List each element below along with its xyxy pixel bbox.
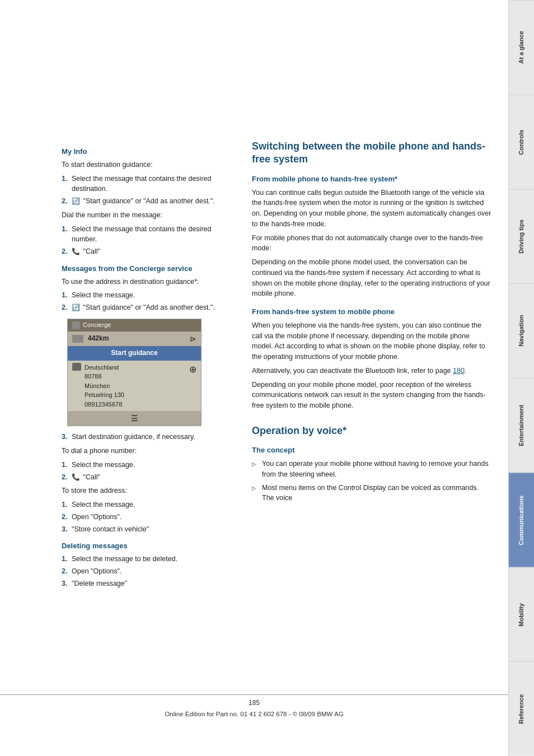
after-screenshot-steps: 3. Start destination guidance, if necess… xyxy=(62,432,235,442)
call-icon2: 📞 xyxy=(72,472,80,482)
my-info-heading: My Info xyxy=(62,147,235,157)
main-content: My Info To start destination guidance: 1… xyxy=(0,0,508,756)
deleting-heading: Deleting messages xyxy=(62,541,235,552)
dial-steps-list: 1. Select the message that contains the … xyxy=(62,224,235,257)
concierge-info-country: Deutschland xyxy=(85,363,124,372)
concierge-screenshot: Concierge 442km ⊳ Start guidance Deutsch… xyxy=(67,319,202,426)
page-link-180[interactable]: 180 xyxy=(453,367,465,375)
concierge-info-phone: 08912345678 xyxy=(85,400,124,409)
from-mobile-heading: From mobile phone to hands-free system* xyxy=(252,174,491,185)
my-info-section: My Info To start destination guidance: 1… xyxy=(62,147,235,257)
concierge-info-block: Deutschland 80788 München Petuelring 130… xyxy=(68,361,201,412)
list-item: 3. Start destination guidance, if necess… xyxy=(62,432,235,442)
list-item: You can operate your mobile phone withou… xyxy=(252,459,491,480)
sidebar-tab-communications[interactable]: Communications xyxy=(509,473,534,567)
list-item: 1. Select the message. xyxy=(62,290,235,301)
footer: 185 Online Edition for Part no. 01 41 2 … xyxy=(0,694,508,722)
concierge-start-btn[interactable]: Start guidance xyxy=(68,346,201,360)
concierge-bottom-bar: ☰ xyxy=(68,411,201,426)
list-item: 2. 📞 "Call" xyxy=(62,472,235,483)
concierge-header: Concierge xyxy=(68,319,201,332)
sidebar-tab-entertainment[interactable]: Entertainment xyxy=(509,378,534,473)
list-item: 2. Open "Options". xyxy=(62,512,235,522)
concept-list: You can operate your mobile phone withou… xyxy=(252,459,491,503)
operation-by-voice-heading: Operation by voice* xyxy=(252,424,491,437)
sidebar-tab-controls[interactable]: Controls xyxy=(509,95,534,189)
nav-icon: 🔃 xyxy=(72,196,80,206)
sidebar-tab-driving-tips[interactable]: Driving tips xyxy=(509,189,534,284)
concierge-address: Deutschland 80788 München Petuelring 130… xyxy=(85,363,124,409)
concierge-info-street: Petuelring 130 xyxy=(85,390,124,400)
from-mobile-p2: For mobile phones that do not automatica… xyxy=(252,233,491,254)
from-mobile-p3: Depending on the mobile phone model used… xyxy=(252,257,491,299)
concierge-section: Messages from the Concierge service To u… xyxy=(62,264,235,535)
concierge-plus-icon: ⊕ xyxy=(189,363,196,376)
deleting-section: Deleting messages 1. Select the message … xyxy=(62,541,235,589)
store-steps-list: 1. Select the message. 2. Open "Options"… xyxy=(62,500,235,534)
concierge-map-row: 442km ⊳ xyxy=(68,332,201,346)
sidebar-tab-mobility[interactable]: Mobility xyxy=(509,567,534,662)
concierge-map-icon xyxy=(72,335,83,343)
concierge-bottom-icon: ☰ xyxy=(131,414,138,423)
switching-heading: Switching between the mobile phone and h… xyxy=(252,140,491,166)
from-handsfree-heading: From hands-free system to mobile phone xyxy=(252,307,491,318)
right-column: Switching between the mobile phone and h… xyxy=(252,78,491,734)
list-item: 2. 🔃 "Start guidance" or "Add as another… xyxy=(62,302,235,313)
phone-steps-list: 1. Select the message. 2. 📞 "Call" xyxy=(62,460,235,483)
phone-intro: To dial a phone number: xyxy=(62,446,235,456)
list-item: 1. Select the message. xyxy=(62,500,235,510)
sidebar-tab-reference[interactable]: Reference xyxy=(509,661,534,756)
concierge-info-city: München xyxy=(85,381,124,391)
destination-intro: To start destination guidance: xyxy=(62,160,235,170)
footer-text: Online Edition for Part no. 01 41 2 602 … xyxy=(0,710,508,719)
list-item: 1. Select the message that contains the … xyxy=(62,174,235,195)
dial-intro: Dial the number in the message: xyxy=(62,210,235,221)
page-wrapper: My Info To start destination guidance: 1… xyxy=(0,0,534,756)
list-item: 2. 🔃 "Start guidance" or "Add as another… xyxy=(62,196,235,207)
sidebar-tab-navigation[interactable]: Navigation xyxy=(509,283,534,378)
list-item: Most menu items on the Control Display c… xyxy=(252,483,491,504)
concept-heading: The concept xyxy=(252,445,491,456)
left-column: My Info To start destination guidance: 1… xyxy=(62,78,235,734)
from-handsfree-p1: When you telephone via the hands-free sy… xyxy=(252,320,491,362)
sidebar-tab-at-a-glance[interactable]: At a glance xyxy=(509,0,534,95)
list-item: 2. 📞 "Call" xyxy=(62,246,235,257)
delete-steps-list: 1. Select the message to be deleted. 2. … xyxy=(62,554,235,589)
from-mobile-p1: You can continue calls begun outside the… xyxy=(252,188,491,230)
list-item: 1. Select the message. xyxy=(62,460,235,470)
switching-section: Switching between the mobile phone and h… xyxy=(252,140,491,411)
address-intro: To use the address in destination guidan… xyxy=(62,277,235,287)
call-icon: 📞 xyxy=(72,246,80,256)
list-item: 2. Open "Options". xyxy=(62,566,235,577)
sidebar: At a glance Controls Driving tips Naviga… xyxy=(508,0,534,756)
list-item: 3. "Store contact in vehicle" xyxy=(62,524,235,535)
from-handsfree-p3: Depending on your mobile phone model, po… xyxy=(252,380,491,411)
list-item: 3. "Delete message" xyxy=(62,578,235,589)
list-item: 1. Select the message that contains the … xyxy=(62,224,235,245)
concierge-km: 442km xyxy=(88,334,109,343)
concierge-heading: Messages from the Concierge service xyxy=(62,264,235,274)
concierge-info-zip: 80788 xyxy=(85,372,124,381)
page-number: 185 xyxy=(0,698,508,708)
from-handsfree-p2: Alternatively, you can deactivate the Bl… xyxy=(252,366,491,376)
destination-steps-list: 1. Select the message that contains the … xyxy=(62,174,235,207)
list-item: 1. Select the message to be deleted. xyxy=(62,554,235,564)
nav-icon2: 🔃 xyxy=(72,302,80,312)
operation-by-voice-section: Operation by voice* The concept You can … xyxy=(252,424,491,503)
concierge-header-label: Concierge xyxy=(83,321,111,330)
concierge-arrow: ⊳ xyxy=(190,333,196,344)
concierge-nav-icon xyxy=(72,363,81,371)
concierge-logo-icon xyxy=(72,321,80,329)
address-steps-list: 1. Select the message. 2. 🔃 "Start guida… xyxy=(62,290,235,313)
store-intro: To store the address: xyxy=(62,486,235,496)
